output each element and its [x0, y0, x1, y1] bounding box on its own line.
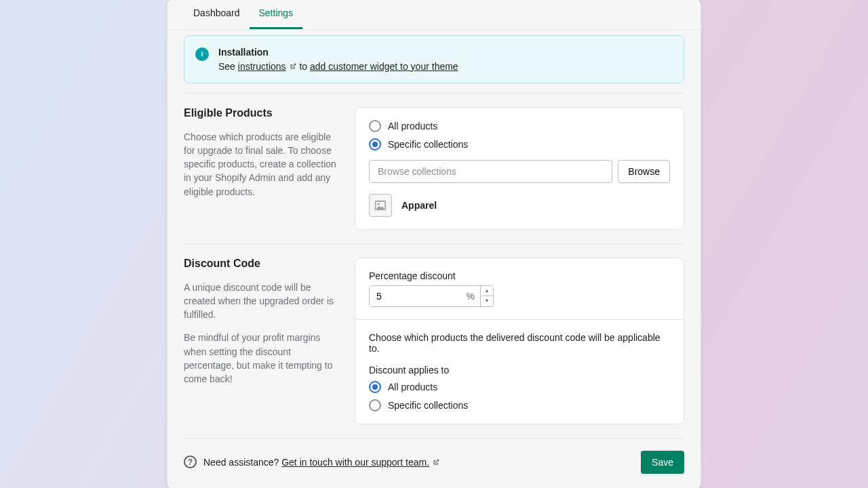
settings-panel: Dashboard Settings i Installation See in… [167, 0, 701, 488]
banner-title: Installation [218, 47, 458, 58]
step-up-button[interactable]: ▲ [481, 286, 493, 296]
percentage-input[interactable] [370, 286, 461, 306]
browse-button[interactable]: Browse [618, 160, 670, 183]
radio-icon [369, 138, 381, 150]
collection-name: Apparel [401, 200, 437, 211]
discount-desc-2: Be mindful of your profit margins when s… [184, 331, 341, 386]
radio-label: Specific collections [388, 139, 468, 150]
tab-dashboard[interactable]: Dashboard [184, 0, 250, 29]
discount-card: Percentage discount % ▲ ▼ Choose which p… [355, 258, 684, 424]
svg-point-1 [378, 203, 380, 205]
info-icon: i [195, 47, 209, 61]
help-text: ? Need assistance? Get in touch with our… [184, 455, 440, 468]
radio-label: All products [388, 121, 437, 131]
help-prefix: Need assistance? [203, 457, 281, 468]
eligible-desc: Choose which products are eligible for u… [184, 130, 341, 199]
eligible-title: Eligible Products [184, 107, 341, 119]
applies-radio-specific[interactable]: Specific collections [369, 399, 670, 411]
image-placeholder-icon [369, 194, 392, 217]
radio-label: Specific collections [388, 400, 468, 411]
eligible-products-section: Eligible Products Choose which products … [184, 94, 684, 243]
percent-suffix: % [461, 286, 480, 306]
add-widget-link[interactable]: add customer widget to your theme [310, 61, 458, 72]
external-icon [432, 457, 440, 468]
applies-label: Discount applies to [369, 365, 670, 375]
tabs: Dashboard Settings [167, 0, 701, 30]
percentage-input-wrap: % ▲ ▼ [369, 285, 494, 307]
browse-collections-input[interactable] [369, 160, 612, 183]
eligible-radio-all[interactable]: All products [369, 120, 670, 132]
collection-item: Apparel [369, 194, 670, 217]
installation-banner: i Installation See instructions to add c… [184, 35, 684, 83]
radio-icon [369, 381, 381, 393]
eligible-radio-specific[interactable]: Specific collections [369, 138, 670, 150]
instructions-link[interactable]: instructions [238, 61, 286, 72]
radio-icon [369, 120, 381, 132]
discount-code-section: Discount Code A unique discount code wil… [184, 244, 684, 438]
step-down-button[interactable]: ▼ [481, 296, 493, 305]
banner-subtitle: See instructions to add customer widget … [218, 61, 458, 72]
tab-settings[interactable]: Settings [250, 0, 303, 29]
radio-label: All products [388, 382, 437, 392]
external-icon [289, 61, 297, 72]
help-icon: ? [184, 455, 197, 468]
eligible-card: All products Specific collections Browse [355, 107, 684, 230]
banner-prefix: See [218, 61, 238, 72]
applies-note: Choose which products the delivered disc… [369, 332, 670, 354]
radio-icon [369, 399, 381, 411]
percentage-label: Percentage discount [369, 270, 670, 281]
discount-title: Discount Code [184, 258, 341, 270]
banner-middle: to [299, 61, 310, 72]
footer: ? Need assistance? Get in touch with our… [184, 439, 684, 474]
applies-radio-all[interactable]: All products [369, 381, 670, 393]
save-button[interactable]: Save [641, 451, 684, 474]
support-link[interactable]: Get in touch with our support team. [281, 457, 429, 468]
discount-desc-1: A unique discount code will be created w… [184, 281, 341, 322]
content: i Installation See instructions to add c… [167, 30, 701, 489]
